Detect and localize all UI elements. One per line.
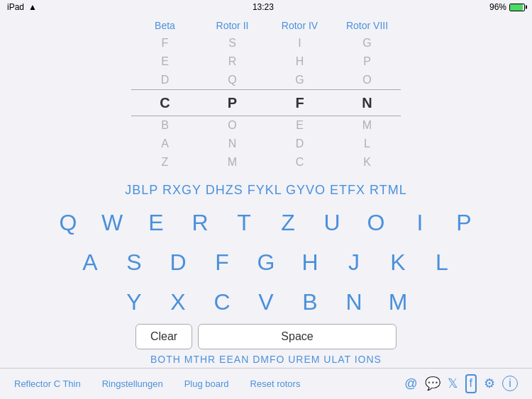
facebook-icon[interactable]: f <box>465 374 477 393</box>
key-t[interactable]: T <box>223 203 265 242</box>
key-x[interactable]: X <box>157 283 199 321</box>
rotor-headers: Beta Rotor II Rotor IV Rotor VIII <box>131 20 401 34</box>
key-g[interactable]: G <box>245 243 287 281</box>
key-j[interactable]: J <box>333 243 375 281</box>
status-time: 13:23 <box>253 2 274 12</box>
nav-plug[interactable]: Plug board <box>184 378 229 389</box>
action-buttons: Clear Space <box>0 324 532 349</box>
key-b[interactable]: B <box>289 283 331 321</box>
kb-row-1: QWERTZUOIP <box>48 203 484 242</box>
nav-left: Reflector C Thin Ringstellungen Plug boa… <box>14 378 300 389</box>
key-v[interactable]: V <box>245 283 287 321</box>
key-c[interactable]: C <box>201 283 243 321</box>
rotor-header-2: Rotor II <box>199 20 266 34</box>
kb-row-2: ASDFGHJKL <box>70 243 462 281</box>
status-left: iPad ▲ <box>7 2 37 12</box>
nav-reflector[interactable]: Reflector C Thin <box>14 378 81 389</box>
key-i[interactable]: I <box>399 203 440 242</box>
twitter-icon[interactable]: 𝕏 <box>448 376 458 391</box>
rotor-header-8: Rotor VIII <box>333 20 401 34</box>
key-h[interactable]: H <box>289 243 331 281</box>
nav-ring[interactable]: Ringstellungen <box>102 378 163 389</box>
info-icon[interactable]: i <box>502 376 518 391</box>
keyboard: QWERTZUOIP ASDFGHJKL YXCVBNM <box>0 203 532 321</box>
nav-reset[interactable]: Reset rotors <box>250 378 301 389</box>
key-a[interactable]: A <box>70 243 111 281</box>
key-k[interactable]: K <box>377 243 419 281</box>
rotor-section: Beta Rotor II Rotor IV Rotor VIII FSIGER… <box>0 14 532 174</box>
rotor-row: CPFN <box>131 90 401 116</box>
key-m[interactable]: M <box>377 283 419 321</box>
clear-button[interactable]: Clear <box>135 324 192 349</box>
kb-row-3: YXCVBNM <box>113 283 419 321</box>
rotor-row: ZMCK <box>131 153 401 172</box>
chat-icon[interactable]: 💬 <box>425 376 440 391</box>
nav-icons: @ 💬 𝕏 f ⚙ i <box>404 374 518 393</box>
battery-percent: 96% <box>489 2 506 12</box>
rotor-row: FSIG <box>131 34 401 52</box>
status-bar: iPad ▲ 13:23 96% <box>0 0 532 14</box>
wifi-icon: ▲ <box>28 2 37 12</box>
settings-icon[interactable]: ⚙ <box>484 376 495 391</box>
key-o[interactable]: O <box>355 203 397 242</box>
encoded-output: JBLP RXGY DHZS FYKL GYVO ETFX RTML <box>0 183 532 198</box>
key-s[interactable]: S <box>113 243 155 281</box>
key-l[interactable]: L <box>421 243 462 281</box>
rotor-row: BOEM <box>131 116 401 135</box>
rotor-header-beta: Beta <box>131 20 199 34</box>
status-right: 96% <box>489 2 525 12</box>
key-e[interactable]: E <box>135 203 177 242</box>
device-label: iPad <box>7 2 24 12</box>
rotor-table: FSIGERHPDQGOCPFNBOEMANDLZMCK <box>131 34 401 172</box>
key-q[interactable]: Q <box>48 203 89 242</box>
bottom-nav: Reflector C Thin Ringstellungen Plug boa… <box>0 368 532 399</box>
rotor-row: ANDL <box>131 135 401 153</box>
rotor-header-4: Rotor IV <box>266 20 333 34</box>
key-n[interactable]: N <box>333 283 375 321</box>
key-u[interactable]: U <box>311 203 353 242</box>
key-z[interactable]: Z <box>267 203 309 242</box>
rotor-row: ERHP <box>131 52 401 71</box>
battery-icon <box>509 4 525 11</box>
space-button[interactable]: Space <box>198 324 397 349</box>
key-r[interactable]: R <box>179 203 221 242</box>
key-p[interactable]: P <box>443 203 484 242</box>
decoded-output: BOTH MTHR EEAN DMFO UREM ULAT IONS <box>0 354 532 365</box>
key-d[interactable]: D <box>157 243 199 281</box>
key-w[interactable]: W <box>92 203 133 242</box>
key-f[interactable]: F <box>201 243 243 281</box>
rotor-row: DQGO <box>131 71 401 90</box>
key-y[interactable]: Y <box>113 283 155 321</box>
at-icon[interactable]: @ <box>404 376 417 391</box>
